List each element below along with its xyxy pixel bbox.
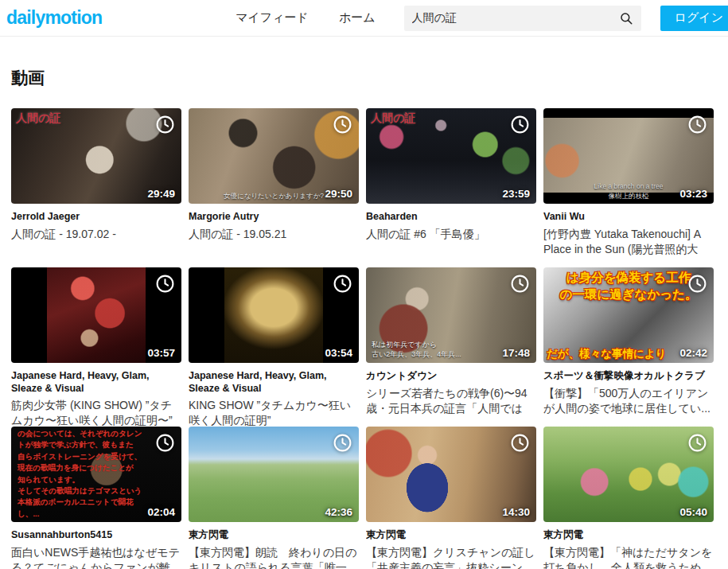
nav-item-my-feed[interactable]: マイフィード	[236, 10, 309, 25]
video-title[interactable]: 面白いNEWS手越祐也はなぜモテる？てごにゃんからファンが離れ...	[11, 545, 181, 569]
video-card: 05:40 東方閃電 【東方閃電】「神はただサタンを打ち負かし、全人類を救うため…	[543, 427, 714, 569]
video-title[interactable]: 【東方閃電】クリスチャンの証し「共産主義の妄言」抜粋シーン...	[366, 545, 536, 569]
video-info: カウントダウン シリーズ若者たちの戦争(6)〜94歳・元日本兵の証言「人間ではな…	[366, 370, 536, 417]
video-title[interactable]: KING SHOW ”タチムカウ〜狂い咲く人間の証明”	[189, 398, 359, 427]
video-info: 東方閃電 【東方閃電】クリスチャンの証し「共産主義の妄言」抜粋シーン...	[366, 529, 536, 569]
video-title[interactable]: 筋肉少女帯 (KING SHOW) ”タチムカウ〜狂い咲く人間の証明〜”	[11, 398, 181, 427]
video-card: 29:49 人間の証 Jerrold Jaeger 人間の証 - 19.07.0…	[11, 108, 181, 267]
video-title[interactable]: 【東方閃電】朗読 終わりの日のキリストの語られる言葉「唯一...	[189, 545, 359, 569]
video-thumbnail[interactable]: 03:57	[11, 267, 181, 363]
video-duration: 29:50	[325, 188, 352, 200]
video-card: 14:30 東方閃電 【東方閃電】クリスチャンの証し「共産主義の妄言」抜粋シーン…	[366, 427, 536, 569]
nav-item-home[interactable]: ホーム	[339, 10, 376, 25]
video-card: 42:36 東方閃電 【東方閃電】朗読 終わりの日のキリストの語られる言葉「唯一…	[189, 427, 359, 569]
video-info: Japanese Hard, Heavy, Glam, Sleaze & Vis…	[189, 370, 359, 427]
channel-name[interactable]: Japanese Hard, Heavy, Glam, Sleaze & Vis…	[11, 370, 181, 395]
video-info: Vanii Wu [竹野內豊 Yutaka Takenouchi] A Plac…	[543, 211, 714, 258]
video-card: 23:59 人間の証 Beaharden 人間の証 #6 「手島優」	[366, 108, 536, 267]
video-title[interactable]: シリーズ若者たちの戦争(6)〜94歳・元日本兵の証言「人間ではな...	[366, 386, 536, 417]
channel-name[interactable]: 東方閃電	[543, 529, 714, 542]
search-input[interactable]	[412, 12, 619, 25]
video-duration: 42:36	[325, 506, 352, 518]
video-duration: 02:04	[147, 506, 175, 518]
thumbnail-overlay-text: 私は初年兵ですから 古い2年兵、3年兵、4年兵...	[372, 340, 490, 359]
video-info: 東方閃電 【東方閃電】「神はただサタンを打ち負かし、全人類を救うために...	[543, 529, 714, 569]
video-title[interactable]: [竹野內豊 Yutaka Takenouchi] A Place in the …	[543, 227, 714, 258]
video-card: 03:23 Like a branch on a tree 像樹上的枝椏 Van…	[543, 108, 714, 267]
channel-name[interactable]: Jerrold Jaeger	[11, 211, 181, 224]
video-card: 29:50 女優になりたいとかありますか? Margorie Autry 人間の…	[189, 108, 359, 267]
watch-later-icon[interactable]	[333, 433, 352, 453]
video-info: Jerrold Jaeger 人間の証 - 19.07.02 -	[11, 211, 181, 242]
video-info: スポーツ＆衝撃映像オカルトクラブ 【衝撃】「500万人のエイリアンが人間の姿で地…	[543, 370, 714, 416]
video-title[interactable]: 人間の証 - 19.05.21	[189, 227, 359, 242]
watch-later-icon[interactable]	[687, 115, 707, 134]
video-duration: 03:23	[679, 188, 707, 200]
video-thumbnail[interactable]: 23:59 人間の証	[366, 108, 536, 204]
video-title[interactable]: 【東方閃電】「神はただサタンを打ち負かし、全人類を救うために...	[543, 545, 714, 569]
video-title[interactable]: 【衝撃】「500万人のエイリアンが人間の姿で地球に居住してい...	[543, 386, 714, 416]
login-button[interactable]: ログイン	[660, 6, 728, 31]
video-thumbnail[interactable]: 17:48 私は初年兵ですから 古い2年兵、3年兵、4年兵...	[366, 267, 536, 363]
video-thumbnail[interactable]: 03:54	[189, 267, 359, 363]
channel-name[interactable]: 東方閃電	[189, 529, 359, 542]
video-card: 03:57 Japanese Hard, Heavy, Glam, Sleaze…	[11, 267, 181, 427]
watch-later-icon[interactable]	[687, 433, 707, 453]
watch-later-icon[interactable]	[155, 274, 175, 294]
video-card: 03:54 Japanese Hard, Heavy, Glam, Sleaze…	[189, 267, 359, 427]
video-duration: 29:49	[147, 188, 175, 200]
channel-name[interactable]: スポーツ＆衝撃映像オカルトクラブ	[543, 370, 714, 383]
video-grid: 29:49 人間の証 Jerrold Jaeger 人間の証 - 19.07.0…	[11, 108, 717, 569]
dailymotion-logo[interactable]: dailymotion	[6, 7, 102, 29]
video-title[interactable]: 人間の証 - 19.07.02 -	[11, 227, 181, 242]
page-title: 動画	[11, 67, 717, 89]
video-info: Margorie Autry 人間の証 - 19.05.21	[189, 211, 359, 242]
video-card: 02:42 は身分を偽装する工作 の一環に過ぎなかった。だが、様々な事情により …	[543, 267, 714, 427]
video-thumbnail[interactable]: 02:42 は身分を偽装する工作 の一環に過ぎなかった。だが、様々な事情により	[543, 267, 714, 363]
main-nav: マイフィード ホーム	[236, 10, 375, 25]
video-thumbnail[interactable]: 29:50 女優になりたいとかありますか?	[189, 108, 359, 204]
watch-later-icon[interactable]	[333, 115, 352, 134]
video-duration: 03:54	[325, 347, 352, 359]
video-duration: 02:42	[679, 347, 707, 359]
video-duration: 23:59	[502, 188, 530, 200]
watch-later-icon[interactable]	[687, 274, 707, 294]
video-info: Beaharden 人間の証 #6 「手島優」	[366, 211, 536, 242]
watch-later-icon[interactable]	[333, 274, 352, 294]
search-bar[interactable]	[404, 6, 641, 31]
thumbnail-overlay-text: 人間の証	[371, 111, 415, 126]
video-info: Japanese Hard, Heavy, Glam, Sleaze & Vis…	[11, 370, 181, 427]
video-thumbnail[interactable]: 14:30	[366, 427, 536, 522]
video-card: 02:04 の会については、それぞれのタレン トが独学で学ぶ方針で、彼もまた 自…	[11, 427, 181, 569]
video-duration: 17:48	[502, 347, 530, 359]
channel-name[interactable]: Margorie Autry	[189, 211, 359, 224]
search-icon[interactable]	[619, 11, 633, 25]
channel-name[interactable]: Japanese Hard, Heavy, Glam, Sleaze & Vis…	[189, 370, 359, 395]
watch-later-icon[interactable]	[155, 433, 175, 453]
thumbnail-overlay-text: 人間の証	[16, 111, 60, 126]
watch-later-icon[interactable]	[510, 115, 530, 134]
video-thumbnail[interactable]: 42:36	[189, 427, 359, 522]
thumbnail-overlay-text: は身分を偽装する工作 の一環に過ぎなかった。	[547, 270, 710, 303]
video-duration: 14:30	[502, 506, 530, 518]
video-title[interactable]: 人間の証 #6 「手島優」	[366, 227, 536, 242]
channel-name[interactable]: カウントダウン	[366, 370, 536, 383]
main-content: 動画 29:49 人間の証 Jerrold Jaeger 人間の証 - 19.0…	[0, 67, 728, 569]
video-duration: 05:40	[679, 506, 707, 518]
video-thumbnail[interactable]: 02:04 の会については、それぞれのタレン トが独学で学ぶ方針で、彼もまた 自…	[11, 427, 181, 522]
channel-name[interactable]: 東方閃電	[366, 529, 536, 542]
video-card: 17:48 私は初年兵ですから 古い2年兵、3年兵、4年兵... カウントダウン…	[366, 267, 536, 427]
channel-name[interactable]: Beaharden	[366, 211, 536, 224]
watch-later-icon[interactable]	[510, 433, 530, 453]
video-info: 東方閃電 【東方閃電】朗読 終わりの日のキリストの語られる言葉「唯一...	[189, 529, 359, 569]
top-header: dailymotion マイフィード ホーム ログイン	[0, 0, 728, 37]
video-thumbnail[interactable]: 03:23 Like a branch on a tree 像樹上的枝椏	[543, 108, 714, 204]
video-thumbnail[interactable]: 29:49 人間の証	[11, 108, 181, 204]
video-duration: 03:57	[147, 347, 175, 359]
watch-later-icon[interactable]	[155, 115, 175, 134]
channel-name[interactable]: Vanii Wu	[543, 211, 714, 224]
channel-name[interactable]: Susannahburton5415	[11, 529, 181, 542]
video-info: Susannahburton5415 面白いNEWS手越祐也はなぜモテる？てごに…	[11, 529, 181, 569]
video-thumbnail[interactable]: 05:40	[543, 427, 714, 522]
watch-later-icon[interactable]	[510, 274, 530, 294]
